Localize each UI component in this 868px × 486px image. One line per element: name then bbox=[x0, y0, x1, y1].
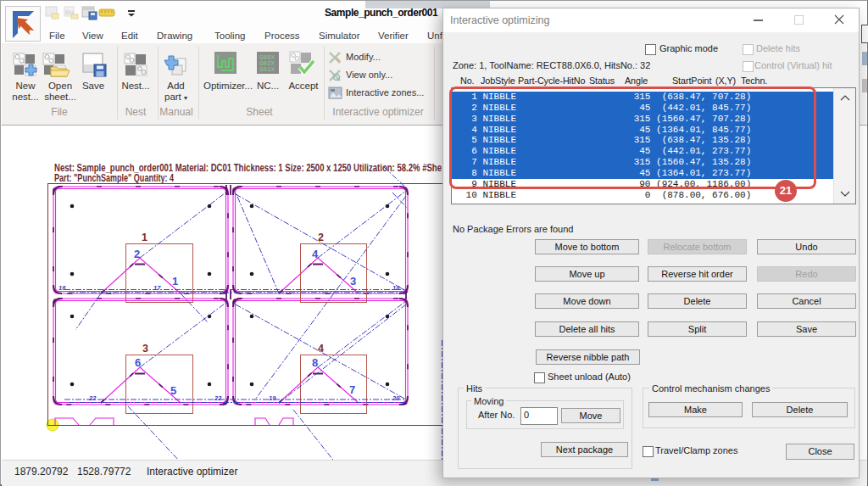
svg-text:19: 19 bbox=[269, 394, 276, 402]
svg-text:22: 22 bbox=[214, 394, 222, 402]
svg-text:3: 3 bbox=[350, 275, 356, 288]
svg-text:16: 16 bbox=[58, 284, 66, 292]
svg-text:1: 1 bbox=[142, 232, 147, 243]
svg-text:22: 22 bbox=[88, 394, 97, 402]
svg-text:2: 2 bbox=[134, 248, 140, 260]
svg-text:8: 8 bbox=[312, 356, 318, 369]
svg-text:4: 4 bbox=[312, 248, 319, 260]
svg-text:5: 5 bbox=[170, 384, 176, 397]
svg-text:18: 18 bbox=[392, 284, 400, 292]
svg-text:1: 1 bbox=[172, 275, 178, 288]
svg-text:7: 7 bbox=[349, 383, 355, 396]
svg-text:3: 3 bbox=[142, 343, 148, 355]
svg-text:6: 6 bbox=[135, 356, 141, 369]
svg-text:Part: "PunchSample" Quantity:: Part: "PunchSample" Quantity: 4 bbox=[54, 172, 174, 184]
svg-text:2: 2 bbox=[318, 232, 324, 243]
svg-text:20: 20 bbox=[392, 394, 400, 402]
svg-text:G01X: G01X bbox=[259, 66, 275, 73]
svg-text:17: 17 bbox=[153, 284, 161, 292]
